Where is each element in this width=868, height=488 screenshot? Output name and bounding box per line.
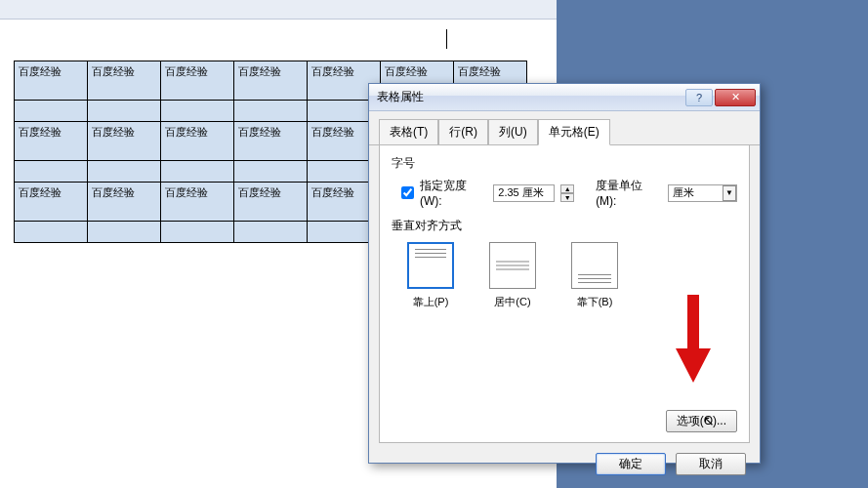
close-button[interactable]: ✕ <box>715 89 756 106</box>
table-cell[interactable] <box>88 101 161 122</box>
tab-table[interactable]: 表格(T) <box>379 119 438 144</box>
options-button[interactable]: 选项(O)... <box>666 410 737 432</box>
table-cell[interactable] <box>234 161 308 183</box>
table-cell[interactable] <box>161 222 234 243</box>
unit-combobox[interactable]: 厘米 ▼ <box>668 184 737 202</box>
table-cell[interactable]: 百度经验 <box>15 61 88 101</box>
spin-down-icon[interactable]: ▼ <box>560 193 574 202</box>
table-cell[interactable]: 百度经验 <box>234 122 308 161</box>
table-cell[interactable]: 百度经验 <box>234 61 308 101</box>
table-cell[interactable]: 百度经验 <box>161 122 234 161</box>
unit-value: 厘米 <box>673 185 694 200</box>
width-checkbox[interactable] <box>401 186 414 199</box>
dialog-footer: 确定 取消 <box>369 453 760 485</box>
valign-bottom-label: 靠下(B) <box>565 295 624 309</box>
tab-column[interactable]: 列(U) <box>488 119 538 144</box>
chevron-down-icon[interactable]: ▼ <box>723 185 736 201</box>
size-group-label: 字号 <box>392 155 737 172</box>
width-row: 指定宽度(W): 2.35 厘米 ▲ ▼ 度量单位(M): 厘米 ▼ <box>401 178 737 208</box>
dialog-title: 表格属性 <box>377 89 685 105</box>
help-button[interactable]: ? <box>685 89 713 106</box>
table-cell[interactable]: 百度经验 <box>88 183 161 222</box>
dialog-tabs: 表格(T) 行(R) 列(U) 单元格(E) <box>369 111 760 145</box>
valign-center-option[interactable] <box>489 242 536 289</box>
tab-cell[interactable]: 单元格(E) <box>538 119 610 145</box>
table-cell[interactable] <box>234 101 308 122</box>
cancel-button[interactable]: 取消 <box>676 453 746 475</box>
valign-group-label: 垂直对齐方式 <box>392 218 737 234</box>
table-cell[interactable] <box>88 161 161 183</box>
spin-up-icon[interactable]: ▲ <box>560 184 574 193</box>
width-input[interactable]: 2.35 厘米 <box>493 184 555 202</box>
table-cell[interactable] <box>15 222 88 243</box>
table-cell[interactable]: 百度经验 <box>161 61 234 101</box>
table-cell[interactable]: 百度经验 <box>15 183 88 222</box>
valign-bottom-option[interactable] <box>571 242 618 289</box>
dialog-titlebar[interactable]: 表格属性 ? ✕ <box>369 84 760 111</box>
table-properties-dialog: 表格属性 ? ✕ 表格(T) 行(R) 列(U) 单元格(E) 字号 指定宽度(… <box>368 83 761 464</box>
table-cell[interactable] <box>234 222 308 243</box>
valign-center-label: 居中(C) <box>483 295 542 309</box>
valign-options: 靠上(P) 居中(C) 靠下(B) <box>401 242 737 309</box>
table-cell[interactable]: 百度经验 <box>161 183 234 222</box>
width-checkbox-label: 指定宽度(W): <box>420 178 487 208</box>
valign-top-option[interactable] <box>407 242 454 289</box>
table-cell[interactable] <box>15 101 88 122</box>
valign-top-label: 靠上(P) <box>401 295 460 309</box>
table-cell[interactable] <box>15 161 88 183</box>
ruler <box>0 0 557 20</box>
table-cell[interactable]: 百度经验 <box>234 183 308 222</box>
unit-label: 度量单位(M): <box>596 178 662 208</box>
text-cursor <box>446 29 447 49</box>
table-cell[interactable] <box>161 161 234 183</box>
ok-button[interactable]: 确定 <box>596 453 666 475</box>
width-spinner[interactable]: ▲ ▼ <box>560 184 574 202</box>
table-cell[interactable] <box>161 101 234 122</box>
table-cell[interactable] <box>88 222 161 243</box>
tab-row[interactable]: 行(R) <box>438 119 488 144</box>
table-cell[interactable]: 百度经验 <box>88 122 161 161</box>
table-cell[interactable]: 百度经验 <box>15 122 88 161</box>
table-cell[interactable]: 百度经验 <box>88 61 161 101</box>
tab-panel-cell: 字号 指定宽度(W): 2.35 厘米 ▲ ▼ 度量单位(M): 厘米 ▼ 垂直… <box>379 145 750 443</box>
